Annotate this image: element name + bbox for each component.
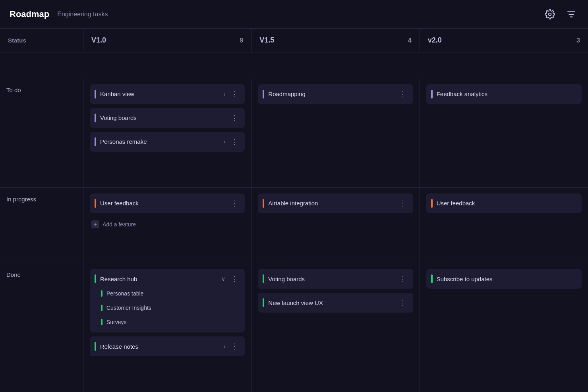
todo-v1-5-cell: Roadmapping ⋮ xyxy=(251,79,420,188)
chevron-right-icon: › xyxy=(224,343,226,350)
add-feature-button[interactable]: + Add a feature xyxy=(90,217,245,232)
surveys-item[interactable]: Surveys xyxy=(90,315,245,329)
more-options-icon[interactable]: ⋮ xyxy=(229,342,240,351)
more-options-icon[interactable]: ⋮ xyxy=(229,199,240,208)
more-options-icon[interactable]: ⋮ xyxy=(229,137,240,146)
inprogress-status-label: In progress xyxy=(0,188,83,264)
green-bar xyxy=(101,290,103,297)
release-notes-card[interactable]: Release notes › ⋮ xyxy=(90,336,245,356)
orange-bar xyxy=(431,199,433,208)
roadmapping-card[interactable]: Roadmapping ⋮ xyxy=(258,84,413,104)
purple-bar xyxy=(263,90,264,98)
research-hub-subitems: Personas table Customer Insights Surveys xyxy=(90,285,245,332)
feedback-analytics-card[interactable]: Feedback analytics xyxy=(426,84,582,104)
todo-v2-cell: Feedback analytics xyxy=(420,79,588,188)
orange-bar xyxy=(95,199,96,208)
research-hub-card[interactable]: Research hub ∨ ⋮ xyxy=(90,269,245,289)
green-bar xyxy=(101,305,103,311)
todo-status-label: To do xyxy=(0,79,83,188)
more-options-icon[interactable]: ⋮ xyxy=(229,274,240,283)
green-bar xyxy=(263,298,264,307)
done-v1-5-cell: Voting boards ⋮ New launch view UX ⋮ xyxy=(251,263,420,392)
chevron-right-icon: › xyxy=(224,91,226,97)
purple-bar xyxy=(95,90,96,98)
voting-boards-v1-card[interactable]: Voting boards ⋮ xyxy=(90,108,245,128)
more-options-icon[interactable]: ⋮ xyxy=(229,114,240,122)
kanban-view-card[interactable]: Kanban view › ⋮ xyxy=(90,84,245,104)
more-options-icon[interactable]: ⋮ xyxy=(229,90,240,98)
customer-insights-item[interactable]: Customer Insights xyxy=(90,301,245,315)
filter-icon[interactable] xyxy=(564,7,578,21)
purple-bar xyxy=(431,90,433,98)
chevron-right-icon: › xyxy=(224,139,226,145)
app-title: Roadmap xyxy=(10,9,49,19)
svg-point-0 xyxy=(549,13,551,15)
done-v2-cell: Subscribe to updates xyxy=(420,263,588,392)
green-bar xyxy=(431,274,433,283)
orange-bar xyxy=(263,199,264,208)
app-subtitle: Engineering tasks xyxy=(57,11,108,18)
user-feedback-v2-card[interactable]: User feedback xyxy=(426,193,582,213)
done-v1-cell: Research hub ∨ ⋮ Personas table Customer… xyxy=(83,263,251,392)
done-status-label: Done xyxy=(0,263,83,392)
green-bar xyxy=(95,342,96,351)
v1-column-header: V1.0 9 xyxy=(83,29,251,52)
inprogress-v2-cell: User feedback xyxy=(420,188,588,264)
purple-bar xyxy=(95,114,96,122)
todo-v1-cell: Kanban view › ⋮ Voting boards ⋮ Personas… xyxy=(83,79,251,188)
main-grid: Status V1.0 9 V1.5 4 v2.0 3 To do Kanban… xyxy=(0,29,588,392)
green-bar xyxy=(101,319,103,325)
chevron-down-icon: ∨ xyxy=(221,276,225,282)
v2-column-header: v2.0 3 xyxy=(420,29,588,52)
status-column-header: Status xyxy=(0,29,83,52)
app-header: Roadmap Engineering tasks xyxy=(0,0,588,29)
user-feedback-v1-card[interactable]: User feedback ⋮ xyxy=(90,193,245,213)
purple-bar xyxy=(95,137,96,146)
inprogress-v1-5-cell: Airtable integration ⋮ xyxy=(251,188,420,264)
green-bar xyxy=(263,274,264,283)
more-options-icon[interactable]: ⋮ xyxy=(398,298,408,307)
green-bar xyxy=(95,274,96,283)
voting-boards-v1-5-card[interactable]: Voting boards ⋮ xyxy=(258,269,413,289)
inprogress-v1-cell: User feedback ⋮ + Add a feature xyxy=(83,188,251,264)
personas-remake-card[interactable]: Personas remake › ⋮ xyxy=(90,132,245,152)
header-icons xyxy=(543,7,578,21)
more-options-icon[interactable]: ⋮ xyxy=(398,90,408,98)
new-launch-card[interactable]: New launch view UX ⋮ xyxy=(258,293,413,313)
v1-5-column-header: V1.5 4 xyxy=(251,29,420,52)
more-options-icon[interactable]: ⋮ xyxy=(398,199,408,208)
settings-icon[interactable] xyxy=(543,7,557,21)
airtable-integration-card[interactable]: Airtable integration ⋮ xyxy=(258,193,413,213)
plus-icon: + xyxy=(91,220,99,228)
subscribe-to-updates-card[interactable]: Subscribe to updates xyxy=(426,269,582,289)
more-options-icon[interactable]: ⋮ xyxy=(398,274,408,283)
